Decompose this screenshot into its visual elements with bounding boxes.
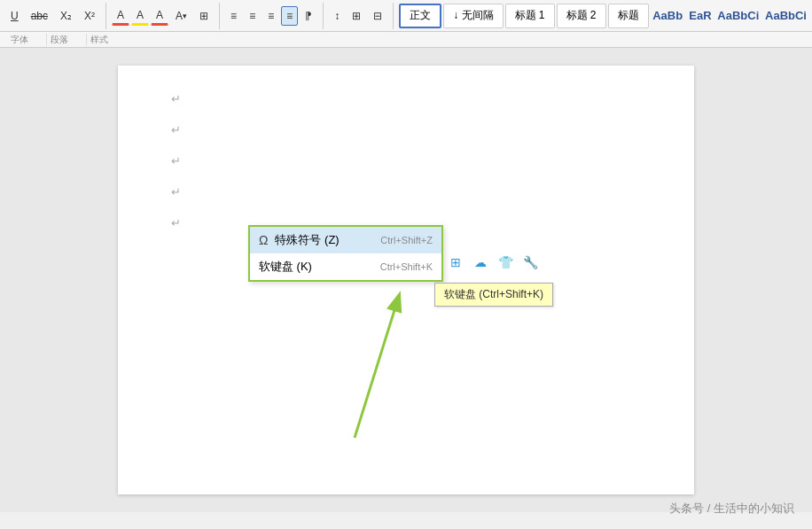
para-mark-3: ↵ — [171, 154, 641, 167]
ribbon-section-labels: 字体 段落 样式 — [0, 32, 812, 48]
list-btn[interactable]: ⊞ — [347, 6, 366, 26]
style-heading2[interactable]: 标题 2 — [557, 4, 606, 28]
style-no-space[interactable]: ↓ 无间隔 — [443, 4, 503, 28]
special-symbols-label: 特殊符号 (Z) — [275, 232, 339, 248]
subscript-btn[interactable]: X₂ — [55, 6, 77, 26]
soft-keyboard-item[interactable]: 软键盘 (K) Ctrl+Shift+K — [250, 253, 441, 280]
align-center-btn[interactable]: ≡ — [244, 6, 261, 26]
watermark-text: 头条号 / 生活中的小知识 — [669, 501, 794, 517]
paragraph-mark-btn[interactable]: ⁋ — [300, 6, 317, 26]
svg-line-1 — [355, 296, 399, 438]
brand-text: AaBb EaR AaBbCi AaBbCi — [652, 9, 807, 22]
superscript-btn[interactable]: X² — [79, 6, 100, 26]
underline-btn[interactable]: U — [5, 6, 24, 26]
style-normal[interactable]: 正文 — [399, 4, 441, 28]
separator-3 — [323, 3, 324, 29]
align-justify-btn[interactable]: ≡ — [281, 6, 298, 26]
align-left-btn[interactable]: ≡ — [225, 6, 242, 26]
separator-1 — [105, 3, 106, 29]
shirt-icon[interactable]: 👕 — [495, 252, 516, 273]
insert-dropdown-menu: Ω 特殊符号 (Z) Ctrl+Shift+Z 软键盘 (K) Ctrl+Shi… — [248, 225, 443, 282]
omega-icon: Ω — [259, 233, 268, 247]
special-symbols-item[interactable]: Ω 特殊符号 (Z) Ctrl+Shift+Z — [250, 227, 441, 253]
style-title[interactable]: 标题 — [608, 4, 649, 28]
soft-keyboard-tooltip: 软键盘 (Ctrl+Shift+K) — [434, 283, 553, 307]
separator-2 — [219, 3, 220, 29]
indent-btn[interactable]: ⊟ — [368, 6, 387, 26]
font-section-label: 字体 — [7, 34, 47, 46]
align-right-btn[interactable]: ≡ — [262, 6, 279, 26]
arrow-annotation — [284, 278, 443, 459]
special-symbols-shortcut: Ctrl+Shift+Z — [380, 235, 433, 245]
styles-section-label: 样式 — [87, 34, 126, 46]
line-spacing-btn[interactable]: ↕ — [329, 6, 345, 26]
shading-btn[interactable]: A — [151, 6, 168, 26]
soft-keyboard-label: 软键盘 (K) — [259, 259, 312, 275]
ear-text: EaR — [689, 9, 711, 22]
para-mark-4: ↵ — [171, 185, 641, 198]
soft-keyboard-shortcut: Ctrl+Shift+K — [380, 261, 433, 272]
border-btn[interactable]: A▾ — [170, 6, 192, 26]
separator-4 — [393, 3, 394, 29]
cloud-icon[interactable]: ☁ — [470, 252, 491, 273]
para-mark-2: ↵ — [171, 123, 641, 136]
font-color-btn[interactable]: A — [112, 6, 129, 26]
paragraph-section-label: 段落 — [47, 34, 87, 46]
highlight-btn[interactable]: A — [131, 6, 149, 26]
document-area: ↵ ↵ ↵ ↵ ↵ Ω 特殊符号 (Z) Ctrl+Shift+Z 软键盘 (K… — [0, 48, 812, 512]
more-btn[interactable]: ⊞ — [194, 6, 214, 26]
strikethrough-btn[interactable]: abc — [26, 6, 53, 26]
style-heading1[interactable]: 标题 1 — [505, 4, 555, 28]
para-mark-1: ↵ — [171, 92, 641, 105]
ribbon-formatting-row: U abc X₂ X² A A A A▾ ⊞ ≡ ≡ ≡ ≡ ⁋ ↕ ⊞ ⊟ 正… — [0, 0, 812, 32]
tooltip-text: 软键盘 (Ctrl+Shift+K) — [444, 288, 543, 300]
keyboard-grid-icon[interactable]: ⊞ — [445, 252, 466, 273]
tools-icon[interactable]: 🔧 — [519, 252, 541, 273]
